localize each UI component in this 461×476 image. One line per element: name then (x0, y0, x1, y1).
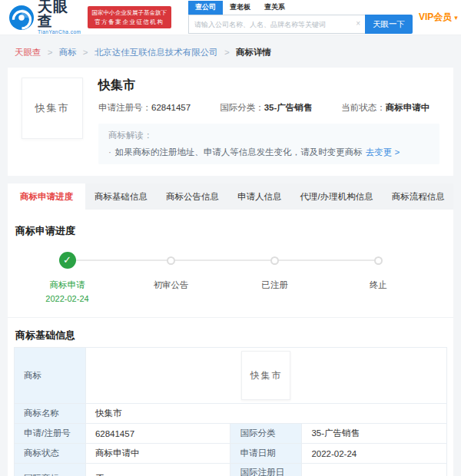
cell-value: - (302, 464, 447, 476)
cell-label: 国际注册日期 (230, 464, 302, 476)
cell-value: 2022-02-24 (302, 444, 447, 464)
badge-line1: 国家中小企业发展子基金旗下 (92, 8, 167, 18)
interpretation-tip: 如果商标的注册地址、申请人等信息发生变化，请及时变更商标 (115, 147, 363, 157)
cell-label: 商标状态 (15, 444, 86, 464)
search-tab-boss[interactable]: 查老板 (223, 1, 257, 15)
table-row: 申请/注册号 62841457 国际分类 35-广告销售 (15, 424, 447, 444)
breadcrumb-home[interactable]: 天眼查 (15, 48, 41, 57)
trademark-interpretation-box: 商标解读： ·如果商标的注册地址、申请人等信息发生变化，请及时变更商标去变更 > (98, 124, 439, 164)
meta-reg-no: 申请注册号：62841457 (98, 102, 191, 114)
eye-logo-icon (9, 5, 34, 30)
tab-basic-info[interactable]: 商标基础信息 (85, 183, 157, 210)
check-icon: ✓ (59, 252, 76, 269)
badge-line2: 官方备案企业征信机构 (92, 18, 167, 27)
cell-value: 62841457 (85, 424, 230, 444)
detail-tabbar: 商标申请进度 商标基础信息 商标公告信息 申请人信息 代理/办理机构信息 商标流… (8, 183, 453, 210)
bullet-icon: · (108, 147, 111, 157)
table-row: 商标名称 快集市 (15, 404, 447, 424)
cell-value: 否 (85, 464, 230, 476)
search-tab-company[interactable]: 查公司 (188, 1, 223, 15)
breadcrumb: 天眼查 > 商标 > 北京达佳互联信息技术有限公司 > 商标详情 (0, 35, 461, 68)
section-basic-info: 商标基础信息 商标 快集市 商标名称 快集市 申请/注册号 62841457 国… (8, 317, 453, 476)
step-label: 已注册 (223, 279, 327, 291)
logo-domain-text: TianYanCha.com (38, 30, 81, 35)
status-badge: 商标申请中 (386, 103, 430, 112)
search-tabs: 查公司 查老板 查关系 (188, 1, 413, 15)
step-date: 2022-02-24 (15, 294, 119, 303)
search-button[interactable]: 天眼一下 (365, 15, 413, 34)
meta-status: 当前状态：商标申请中 (341, 102, 429, 114)
chevron-down-icon: ▾ (454, 14, 458, 21)
go-change-link[interactable]: 去变更 > (366, 147, 400, 157)
table-row: 国际商标 否 国际注册日期 - (15, 464, 447, 476)
cell-value: 商标申请中 (85, 444, 230, 464)
page-title: 快集市 (98, 78, 439, 94)
header: 天眼查 TianYanCha.com 国家中小企业发展子基金旗下 官方备案企业征… (0, 0, 461, 35)
table-row: 商标状态 商标申请中 申请日期 2022-02-24 (15, 444, 447, 464)
trademark-summary-card: 快集市 快集市 申请注册号：62841457 国际分类：35-广告销售 当前状态… (8, 68, 453, 176)
meta-intl-class: 国际分类：35-广告销售 (220, 102, 312, 114)
meta-intl-class-value: 35-广告销售 (264, 103, 313, 112)
step-circle-icon (167, 256, 175, 265)
breadcrumb-separator: > (83, 48, 88, 57)
progress-stepper: ✓ 商标申请 2022-02-24 初审公告 已注册 终止 (15, 251, 430, 303)
vip-label: VIP会员 (419, 11, 452, 24)
breadcrumb-separator: > (224, 48, 230, 57)
cell-label: 商标名称 (15, 404, 86, 424)
step-circle-icon (374, 256, 383, 265)
table-row: 商标 快集市 (15, 348, 447, 404)
basic-info-table: 商标 快集市 商标名称 快集市 申请/注册号 62841457 国际分类 35-… (14, 347, 447, 476)
cell-value: 35-广告销售 (302, 424, 447, 444)
step-label: 终止 (327, 279, 430, 291)
cell-label: 国际商标 (15, 464, 86, 476)
step-circle-icon (270, 256, 279, 265)
search-area: 查公司 查老板 查关系 × 天眼一下 (188, 1, 413, 34)
search-tab-relation[interactable]: 查关系 (257, 1, 292, 15)
section-application-progress: 商标申请进度 ✓ 商标申请 2022-02-24 初审公告 已注册 终止 (8, 210, 453, 303)
cell-label: 申请/注册号 (15, 424, 86, 444)
breadcrumb-current: 商标详情 (236, 48, 271, 57)
meta-status-label: 当前状态： (341, 103, 386, 112)
interpretation-heading: 商标解读： (108, 130, 429, 141)
progress-step: 已注册 (223, 251, 327, 303)
tianyancha-logo[interactable]: 天眼查 TianYanCha.com (9, 0, 81, 35)
official-credential-badge: 国家中小企业发展子基金旗下 官方备案企业征信机构 (88, 6, 172, 28)
breadcrumb-separator: > (48, 48, 53, 57)
tab-agency-info[interactable]: 代理/办理机构信息 (291, 183, 383, 210)
step-label: 商标申请 (15, 279, 119, 291)
cell-value: 快集市 (85, 348, 446, 404)
trademark-image: 快集市 (22, 78, 83, 139)
tab-process-info[interactable]: 商标流程信息 (383, 183, 454, 210)
section-title-basic-info: 商标基础信息 (8, 318, 453, 342)
tab-announcement-info[interactable]: 商标公告信息 (157, 183, 228, 210)
cell-label: 国际分类 (230, 424, 302, 444)
breadcrumb-trademark[interactable]: 商标 (59, 48, 77, 57)
clear-icon[interactable]: × (356, 19, 360, 28)
section-title-progress: 商标申请进度 (8, 210, 453, 238)
progress-step: 终止 (327, 251, 430, 303)
step-label: 初审公告 (119, 279, 223, 291)
progress-step: 初审公告 (119, 251, 223, 303)
breadcrumb-company[interactable]: 北京达佳互联信息技术有限公司 (95, 48, 218, 57)
logo-brand-text: 天眼查 (38, 0, 81, 28)
trademark-image: 快集市 (241, 351, 290, 400)
meta-reg-no-value: 62841457 (151, 103, 191, 112)
meta-intl-class-label: 国际分类： (220, 103, 264, 112)
tab-goods-services[interactable]: 商品/服务项目 (454, 183, 461, 210)
cell-label: 商标 (15, 348, 86, 404)
progress-step: ✓ 商标申请 2022-02-24 (15, 251, 119, 303)
main-content: 商标申请进度 ✓ 商标申请 2022-02-24 初审公告 已注册 终止 商标基… (8, 210, 453, 476)
vip-member-menu[interactable]: VIP会员 ▾ (419, 11, 458, 24)
meta-reg-no-label: 申请注册号： (98, 103, 151, 112)
tab-applicant-info[interactable]: 申请人信息 (228, 183, 291, 210)
search-input[interactable] (188, 15, 365, 34)
cell-label: 申请日期 (230, 444, 302, 464)
tab-application-progress[interactable]: 商标申请进度 (8, 183, 85, 210)
cell-value: 快集市 (85, 404, 446, 424)
